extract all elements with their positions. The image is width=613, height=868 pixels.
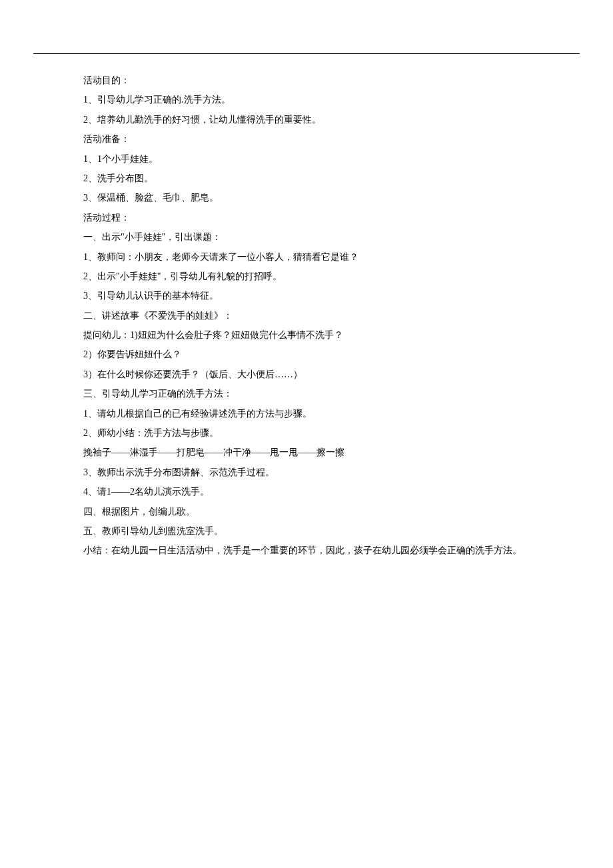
text-line: 活动准备：	[83, 129, 573, 149]
horizontal-rule	[33, 53, 580, 54]
text-line: 3、教师出示洗手分布图讲解、示范洗手过程。	[83, 463, 573, 482]
text-line: 五、教师引导幼儿到盥洗室洗手。	[83, 521, 573, 541]
text-line: 3、保温桶、脸盆、毛巾、肥皂。	[83, 188, 573, 207]
text-line: 活动目的：	[83, 71, 573, 90]
text-line: 二、讲述故事《不爱洗手的娃娃》：	[83, 306, 573, 325]
text-line: 2、洗手分布图。	[83, 169, 573, 188]
text-line: 小结：在幼儿园一日生活活动中，洗手是一个重要的环节，因此，孩子在幼儿园必须学会正…	[83, 541, 573, 560]
text-line: 三、引导幼儿学习正确的洗手方法：	[83, 384, 573, 403]
text-line: 1、教师问：小朋友，老师今天请来了一位小客人，猜猜看它是谁？	[83, 247, 573, 267]
text-line: 四、根据图片，创编儿歌。	[83, 502, 573, 521]
text-line: 3、引导幼儿认识手的基本特征。	[83, 286, 573, 305]
document-content: 活动目的： 1、引导幼儿学习正确的.洗手方法。 2、培养幼儿勤洗手的好习惯，让幼…	[33, 71, 580, 561]
text-line: 3）在什么时候你还要洗手？（饭后、大小便后……）	[83, 365, 573, 384]
text-line: 1、请幼儿根据自己的已有经验讲述洗手的方法与步骤。	[83, 404, 573, 423]
text-line: 1、1个小手娃娃。	[83, 149, 573, 169]
text-line: 提问幼儿：1)妞妞为什么会肚子疼？妞妞做完什么事情不洗手？	[83, 325, 573, 345]
text-line: 2、出示"小手娃娃"，引导幼儿有礼貌的打招呼。	[83, 267, 573, 286]
text-line: 活动过程：	[83, 208, 573, 227]
text-line: 2、师幼小结：洗手方法与步骤。	[83, 423, 573, 443]
text-line: 4、请1——2名幼儿演示洗手。	[83, 482, 573, 501]
text-line: 1、引导幼儿学习正确的.洗手方法。	[83, 90, 573, 109]
text-line: 挽袖子——淋湿手——打肥皂——冲干净——甩一甩——擦一擦	[83, 443, 573, 462]
text-line: 一、出示"小手娃娃"，引出课题：	[83, 227, 573, 247]
text-line: 2、培养幼儿勤洗手的好习惯，让幼儿懂得洗手的重要性。	[83, 110, 573, 129]
text-line: 2）你要告诉妞妞什么？	[83, 345, 573, 364]
